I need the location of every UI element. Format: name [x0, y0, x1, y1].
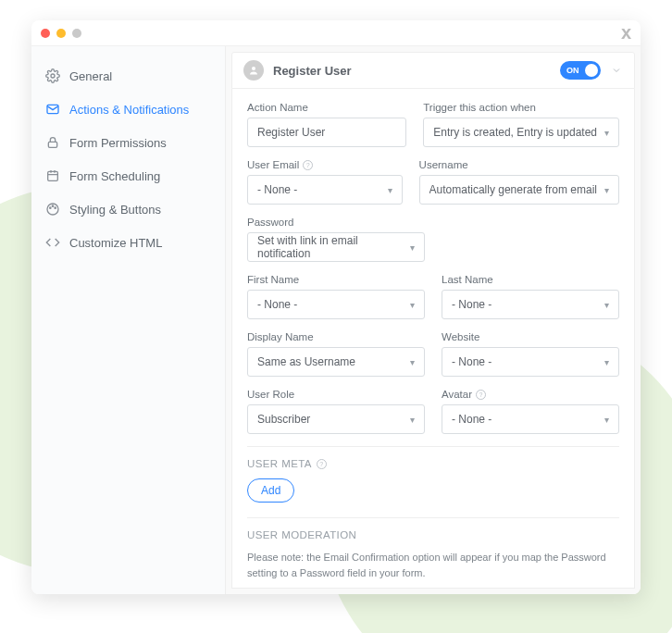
- user-role-label: User Role: [247, 389, 425, 400]
- sidebar: General Actions & Notifications Form Per…: [31, 46, 226, 594]
- toggle-label: ON: [566, 66, 579, 75]
- password-select[interactable]: Set with link in email notification▾: [247, 232, 425, 262]
- trigger-label: Trigger this action when: [423, 102, 619, 113]
- divider: [247, 446, 619, 447]
- main-panel: Register User ON Action Name Register Us: [226, 46, 641, 594]
- app-window: x General Actions & Notifications Form P: [31, 20, 641, 594]
- username-label: Username: [419, 159, 619, 170]
- chevron-down-icon: ▾: [410, 300, 415, 310]
- trigger-select[interactable]: Entry is created, Entry is updated ▾: [423, 118, 619, 147]
- password-label: Password: [247, 217, 425, 228]
- sidebar-item-form-scheduling[interactable]: Form Scheduling: [31, 159, 225, 192]
- user-icon: [243, 60, 264, 81]
- sidebar-item-general[interactable]: General: [31, 59, 225, 93]
- panel-title: Register User: [273, 64, 352, 78]
- sidebar-item-label: Customize HTML: [69, 236, 162, 250]
- chevron-down-icon: ▾: [388, 185, 392, 195]
- display-name-label: Display Name: [247, 331, 425, 342]
- user-email-select[interactable]: - None -▾: [247, 175, 403, 205]
- add-user-meta-button[interactable]: Add: [247, 478, 294, 503]
- last-name-label: Last Name: [442, 274, 619, 285]
- toggle-knob: [585, 64, 598, 77]
- chevron-down-icon: ▾: [604, 300, 609, 310]
- palette-icon: [45, 202, 60, 217]
- chevron-down-icon: ▾: [410, 415, 415, 425]
- sidebar-item-label: Actions & Notifications: [69, 103, 189, 117]
- gear-icon: [45, 68, 60, 83]
- panel-body: Action Name Register User Trigger this a…: [231, 89, 635, 589]
- website-label: Website: [442, 331, 619, 342]
- help-icon[interactable]: ?: [476, 390, 486, 400]
- traffic-lights: [41, 29, 81, 38]
- enable-toggle[interactable]: ON: [560, 61, 601, 80]
- svg-point-5: [50, 207, 51, 208]
- collapse-icon[interactable]: [610, 64, 623, 77]
- first-name-label: First Name: [247, 274, 425, 285]
- user-moderation-note: Please note: the Email Confirmation opti…: [247, 550, 619, 580]
- close-dot[interactable]: [41, 29, 50, 38]
- svg-point-7: [55, 207, 56, 208]
- chevron-down-icon: ▾: [604, 128, 609, 138]
- action-name-label: Action Name: [247, 102, 406, 113]
- sidebar-item-label: Styling & Buttons: [69, 203, 161, 217]
- avatar-select[interactable]: - None -▾: [442, 404, 619, 434]
- titlebar: x: [31, 20, 641, 46]
- sidebar-item-label: Form Scheduling: [69, 169, 160, 183]
- user-role-select[interactable]: Subscriber▾: [247, 404, 425, 434]
- action-name-input[interactable]: Register User: [247, 118, 406, 147]
- help-icon[interactable]: ?: [303, 160, 313, 170]
- user-email-label: User Email?: [247, 159, 403, 170]
- user-meta-title: USER META?: [247, 458, 619, 469]
- panel-header: Register User ON: [231, 52, 635, 89]
- divider: [247, 517, 619, 518]
- svg-rect-3: [48, 171, 58, 180]
- sidebar-item-actions-notifications[interactable]: Actions & Notifications: [31, 93, 225, 126]
- chevron-down-icon: ▾: [604, 357, 609, 367]
- svg-point-0: [51, 74, 55, 78]
- window-body: General Actions & Notifications Form Per…: [31, 46, 641, 594]
- chevron-down-icon: ▾: [604, 415, 609, 425]
- display-name-select[interactable]: Same as Username▾: [247, 347, 425, 377]
- sidebar-item-customize-html[interactable]: Customize HTML: [31, 226, 225, 259]
- sidebar-item-label: Form Permissions: [69, 136, 167, 150]
- website-select[interactable]: - None -▾: [442, 347, 619, 377]
- sidebar-item-label: General: [69, 69, 112, 83]
- sidebar-item-styling-buttons[interactable]: Styling & Buttons: [31, 192, 225, 226]
- calendar-icon: [45, 168, 60, 183]
- mail-icon: [45, 102, 60, 117]
- chevron-down-icon: ▾: [410, 357, 415, 367]
- first-name-select[interactable]: - None -▾: [247, 290, 425, 319]
- avatar-label: Avatar?: [442, 389, 619, 400]
- sidebar-item-form-permissions[interactable]: Form Permissions: [31, 126, 225, 159]
- svg-point-8: [252, 67, 255, 70]
- minimize-dot[interactable]: [56, 29, 66, 38]
- chevron-down-icon: ▾: [604, 185, 609, 195]
- svg-rect-2: [48, 142, 56, 147]
- username-select[interactable]: Automatically generate from email▾: [419, 175, 619, 205]
- lock-icon: [45, 135, 60, 150]
- user-moderation-title: USER MODERATION: [247, 529, 619, 540]
- chevron-down-icon: ▾: [410, 242, 415, 253]
- svg-point-6: [52, 205, 53, 206]
- help-icon[interactable]: ?: [317, 459, 327, 469]
- maximize-dot[interactable]: [72, 29, 81, 38]
- close-icon[interactable]: x: [621, 22, 631, 43]
- last-name-select[interactable]: - None -▾: [442, 290, 619, 319]
- code-icon: [45, 235, 60, 250]
